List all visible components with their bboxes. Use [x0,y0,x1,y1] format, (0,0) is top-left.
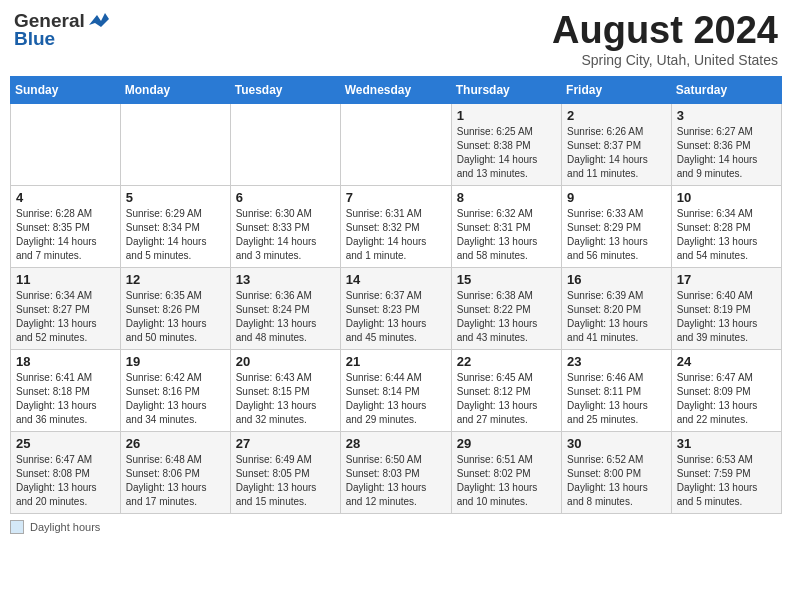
day-info: Sunrise: 6:45 AM Sunset: 8:12 PM Dayligh… [457,371,556,427]
svg-marker-0 [89,13,109,27]
day-number: 28 [346,436,446,451]
day-number: 18 [16,354,115,369]
day-number: 15 [457,272,556,287]
calendar-cell [120,103,230,185]
day-number: 22 [457,354,556,369]
day-info: Sunrise: 6:37 AM Sunset: 8:23 PM Dayligh… [346,289,446,345]
calendar-cell: 18Sunrise: 6:41 AM Sunset: 8:18 PM Dayli… [11,349,121,431]
day-number: 16 [567,272,666,287]
month-title: August 2024 [552,10,778,52]
day-info: Sunrise: 6:50 AM Sunset: 8:03 PM Dayligh… [346,453,446,509]
calendar-cell: 1Sunrise: 6:25 AM Sunset: 8:38 PM Daylig… [451,103,561,185]
day-info: Sunrise: 6:34 AM Sunset: 8:27 PM Dayligh… [16,289,115,345]
day-info: Sunrise: 6:31 AM Sunset: 8:32 PM Dayligh… [346,207,446,263]
day-number: 23 [567,354,666,369]
day-number: 3 [677,108,776,123]
calendar-cell: 15Sunrise: 6:38 AM Sunset: 8:22 PM Dayli… [451,267,561,349]
calendar-cell: 10Sunrise: 6:34 AM Sunset: 8:28 PM Dayli… [671,185,781,267]
day-number: 14 [346,272,446,287]
calendar-cell: 21Sunrise: 6:44 AM Sunset: 8:14 PM Dayli… [340,349,451,431]
day-info: Sunrise: 6:53 AM Sunset: 7:59 PM Dayligh… [677,453,776,509]
day-number: 24 [677,354,776,369]
calendar-cell: 9Sunrise: 6:33 AM Sunset: 8:29 PM Daylig… [562,185,672,267]
day-info: Sunrise: 6:43 AM Sunset: 8:15 PM Dayligh… [236,371,335,427]
calendar-cell: 17Sunrise: 6:40 AM Sunset: 8:19 PM Dayli… [671,267,781,349]
weekday-row: SundayMondayTuesdayWednesdayThursdayFrid… [11,76,782,103]
calendar-cell: 16Sunrise: 6:39 AM Sunset: 8:20 PM Dayli… [562,267,672,349]
day-info: Sunrise: 6:42 AM Sunset: 8:16 PM Dayligh… [126,371,225,427]
day-info: Sunrise: 6:30 AM Sunset: 8:33 PM Dayligh… [236,207,335,263]
calendar-cell: 23Sunrise: 6:46 AM Sunset: 8:11 PM Dayli… [562,349,672,431]
calendar-cell: 8Sunrise: 6:32 AM Sunset: 8:31 PM Daylig… [451,185,561,267]
logo-blue-text: Blue [14,28,55,50]
calendar-cell: 27Sunrise: 6:49 AM Sunset: 8:05 PM Dayli… [230,431,340,513]
day-info: Sunrise: 6:40 AM Sunset: 8:19 PM Dayligh… [677,289,776,345]
weekday-header-sunday: Sunday [11,76,121,103]
title-area: August 2024 Spring City, Utah, United St… [552,10,778,68]
day-number: 27 [236,436,335,451]
day-info: Sunrise: 6:41 AM Sunset: 8:18 PM Dayligh… [16,371,115,427]
calendar-cell: 29Sunrise: 6:51 AM Sunset: 8:02 PM Dayli… [451,431,561,513]
weekday-header-saturday: Saturday [671,76,781,103]
day-number: 30 [567,436,666,451]
day-info: Sunrise: 6:33 AM Sunset: 8:29 PM Dayligh… [567,207,666,263]
calendar-cell [340,103,451,185]
day-info: Sunrise: 6:39 AM Sunset: 8:20 PM Dayligh… [567,289,666,345]
day-info: Sunrise: 6:35 AM Sunset: 8:26 PM Dayligh… [126,289,225,345]
calendar-header: SundayMondayTuesdayWednesdayThursdayFrid… [11,76,782,103]
day-number: 5 [126,190,225,205]
day-number: 2 [567,108,666,123]
calendar-cell: 5Sunrise: 6:29 AM Sunset: 8:34 PM Daylig… [120,185,230,267]
day-number: 4 [16,190,115,205]
footer: Daylight hours [10,520,782,534]
location-text: Spring City, Utah, United States [552,52,778,68]
legend-box [10,520,24,534]
day-number: 25 [16,436,115,451]
logo-bird-icon [87,11,109,29]
weekday-header-friday: Friday [562,76,672,103]
weekday-header-tuesday: Tuesday [230,76,340,103]
day-info: Sunrise: 6:28 AM Sunset: 8:35 PM Dayligh… [16,207,115,263]
calendar-cell: 22Sunrise: 6:45 AM Sunset: 8:12 PM Dayli… [451,349,561,431]
calendar-cell: 19Sunrise: 6:42 AM Sunset: 8:16 PM Dayli… [120,349,230,431]
day-info: Sunrise: 6:25 AM Sunset: 8:38 PM Dayligh… [457,125,556,181]
weekday-header-wednesday: Wednesday [340,76,451,103]
calendar-cell: 2Sunrise: 6:26 AM Sunset: 8:37 PM Daylig… [562,103,672,185]
calendar-cell: 3Sunrise: 6:27 AM Sunset: 8:36 PM Daylig… [671,103,781,185]
calendar-week-3: 11Sunrise: 6:34 AM Sunset: 8:27 PM Dayli… [11,267,782,349]
weekday-header-thursday: Thursday [451,76,561,103]
calendar-week-2: 4Sunrise: 6:28 AM Sunset: 8:35 PM Daylig… [11,185,782,267]
calendar-cell [11,103,121,185]
day-number: 13 [236,272,335,287]
calendar-cell: 31Sunrise: 6:53 AM Sunset: 7:59 PM Dayli… [671,431,781,513]
calendar-cell: 25Sunrise: 6:47 AM Sunset: 8:08 PM Dayli… [11,431,121,513]
calendar-cell: 13Sunrise: 6:36 AM Sunset: 8:24 PM Dayli… [230,267,340,349]
day-number: 31 [677,436,776,451]
calendar-cell: 11Sunrise: 6:34 AM Sunset: 8:27 PM Dayli… [11,267,121,349]
day-info: Sunrise: 6:26 AM Sunset: 8:37 PM Dayligh… [567,125,666,181]
day-number: 21 [346,354,446,369]
day-number: 12 [126,272,225,287]
day-number: 19 [126,354,225,369]
day-number: 10 [677,190,776,205]
day-info: Sunrise: 6:44 AM Sunset: 8:14 PM Dayligh… [346,371,446,427]
calendar-cell: 4Sunrise: 6:28 AM Sunset: 8:35 PM Daylig… [11,185,121,267]
day-number: 7 [346,190,446,205]
day-number: 29 [457,436,556,451]
calendar-cell: 30Sunrise: 6:52 AM Sunset: 8:00 PM Dayli… [562,431,672,513]
calendar-cell: 7Sunrise: 6:31 AM Sunset: 8:32 PM Daylig… [340,185,451,267]
day-info: Sunrise: 6:51 AM Sunset: 8:02 PM Dayligh… [457,453,556,509]
day-info: Sunrise: 6:36 AM Sunset: 8:24 PM Dayligh… [236,289,335,345]
day-info: Sunrise: 6:27 AM Sunset: 8:36 PM Dayligh… [677,125,776,181]
day-info: Sunrise: 6:48 AM Sunset: 8:06 PM Dayligh… [126,453,225,509]
day-info: Sunrise: 6:47 AM Sunset: 8:08 PM Dayligh… [16,453,115,509]
calendar-table: SundayMondayTuesdayWednesdayThursdayFrid… [10,76,782,514]
legend-label: Daylight hours [30,521,100,533]
calendar-body: 1Sunrise: 6:25 AM Sunset: 8:38 PM Daylig… [11,103,782,513]
calendar-cell: 24Sunrise: 6:47 AM Sunset: 8:09 PM Dayli… [671,349,781,431]
day-number: 8 [457,190,556,205]
calendar-cell: 6Sunrise: 6:30 AM Sunset: 8:33 PM Daylig… [230,185,340,267]
day-info: Sunrise: 6:46 AM Sunset: 8:11 PM Dayligh… [567,371,666,427]
page-header: General Blue August 2024 Spring City, Ut… [10,10,782,68]
day-number: 26 [126,436,225,451]
